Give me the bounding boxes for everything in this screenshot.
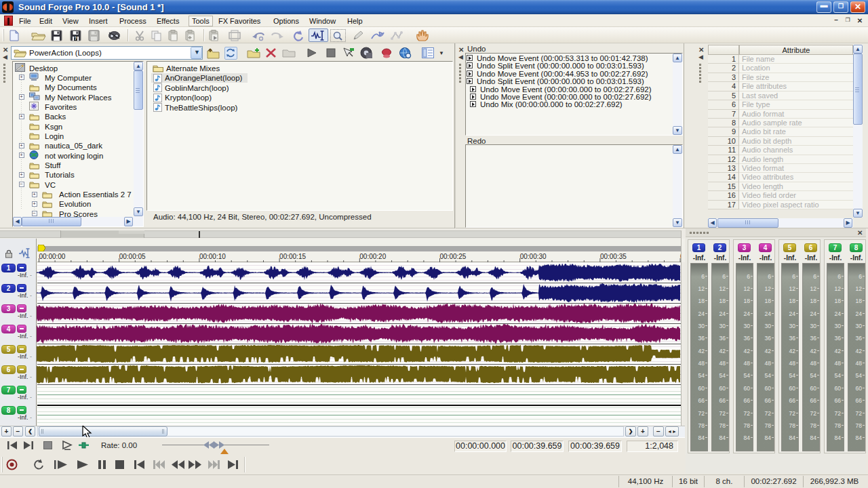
svg-text:?: ? xyxy=(75,36,77,41)
